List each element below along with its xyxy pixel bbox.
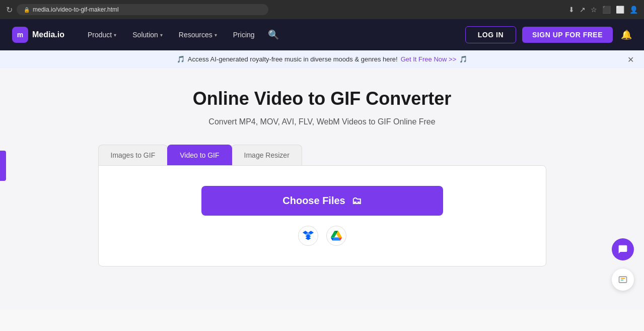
signup-button[interactable]: SIGN UP FOR FREE [522, 27, 613, 43]
share-icon[interactable]: ↗ [580, 6, 586, 14]
search-icon[interactable]: 🔍 [264, 25, 283, 44]
navbar: m Media.io Product ▾ Solution ▾ Resource… [0, 19, 644, 50]
main-content: Online Video to GIF Converter Convert MP… [0, 68, 644, 310]
page-title: Online Video to GIF Converter [193, 88, 451, 109]
lock-icon: 🔒 [24, 7, 30, 13]
promo-banner: 🎵 Access AI-generated royalty-free music… [0, 50, 644, 68]
nav-solution[interactable]: Solution ▾ [125, 27, 170, 43]
browser-chrome: ↻ 🔒 media.io/video-to-gif-maker.html ⬇ ↗… [0, 0, 644, 19]
feedback-button[interactable] [612, 269, 634, 291]
tab-images-to-gif-label: Images to GIF [111, 151, 156, 159]
extensions-icon[interactable]: ⬛ [602, 6, 611, 14]
promo-emoji-left: 🎵 [177, 55, 185, 63]
dropbox-button[interactable] [298, 226, 318, 246]
cloud-icons [298, 226, 346, 246]
profile-icon[interactable]: 👤 [629, 6, 638, 14]
nav-solution-label: Solution [132, 31, 158, 39]
notification-bell-icon[interactable]: 🔔 [621, 29, 632, 40]
nav-actions: LOG IN SIGN UP FOR FREE 🔔 [465, 26, 632, 43]
chat-icon [618, 244, 628, 254]
side-tab[interactable] [0, 151, 6, 181]
choose-files-label: Choose Files [282, 195, 345, 207]
logo-icon: m [12, 27, 28, 43]
dropbox-icon [303, 231, 314, 241]
logo-text: Media.io [32, 30, 64, 39]
nav-resources-label: Resources [179, 31, 212, 39]
svg-marker-4 [305, 236, 311, 240]
tab-video-to-gif-label: Video to GIF [180, 151, 219, 159]
address-bar[interactable]: 🔒 media.io/video-to-gif-maker.html [17, 4, 268, 15]
upload-container: Choose Files 🗂 [98, 165, 546, 267]
promo-text: Access AI-generated royalty-free music i… [188, 55, 398, 63]
browser-actions: ⬇ ↗ ☆ ⬛ ⬜ 👤 [568, 6, 638, 14]
google-drive-button[interactable] [326, 226, 346, 246]
folder-icon: 🗂 [351, 195, 362, 207]
product-chevron-icon: ▾ [114, 32, 116, 38]
feedback-icon [618, 275, 628, 285]
url-text: media.io/video-to-gif-maker.html [33, 6, 119, 13]
nav-items: Product ▾ Solution ▾ Resources ▾ Pricing… [81, 25, 465, 44]
nav-product[interactable]: Product ▾ [81, 27, 123, 43]
bookmark-icon[interactable]: ☆ [591, 6, 597, 14]
choose-files-button[interactable]: Choose Files 🗂 [201, 186, 443, 216]
promo-link[interactable]: Get It Free Now >> [401, 55, 457, 63]
google-drive-icon [331, 231, 342, 241]
chat-button[interactable] [612, 238, 634, 260]
tab-image-resizer[interactable]: Image Resizer [232, 145, 302, 165]
window-icon[interactable]: ⬜ [616, 6, 624, 14]
tabs-row: Images to GIF Video to GIF Image Resizer [98, 145, 302, 165]
tab-video-to-gif[interactable]: Video to GIF [167, 145, 232, 165]
page-subtitle: Convert MP4, MOV, AVI, FLV, WebM Videos … [208, 117, 435, 126]
solution-chevron-icon: ▾ [160, 32, 163, 38]
logo-letter: m [17, 31, 23, 39]
resources-chevron-icon: ▾ [214, 32, 217, 38]
tab-images-to-gif[interactable]: Images to GIF [98, 145, 168, 165]
nav-pricing-label: Pricing [233, 31, 255, 39]
logo-area[interactable]: m Media.io [12, 27, 64, 43]
login-button[interactable]: LOG IN [465, 26, 516, 43]
refresh-icon[interactable]: ↻ [6, 5, 13, 15]
banner-close-button[interactable]: ✕ [627, 54, 634, 64]
promo-emoji-right: 🎵 [459, 55, 467, 63]
nav-product-label: Product [88, 31, 112, 39]
nav-pricing[interactable]: Pricing [226, 27, 262, 43]
tab-image-resizer-label: Image Resizer [244, 151, 290, 159]
nav-resources[interactable]: Resources ▾ [172, 27, 224, 43]
download-icon[interactable]: ⬇ [568, 6, 575, 14]
